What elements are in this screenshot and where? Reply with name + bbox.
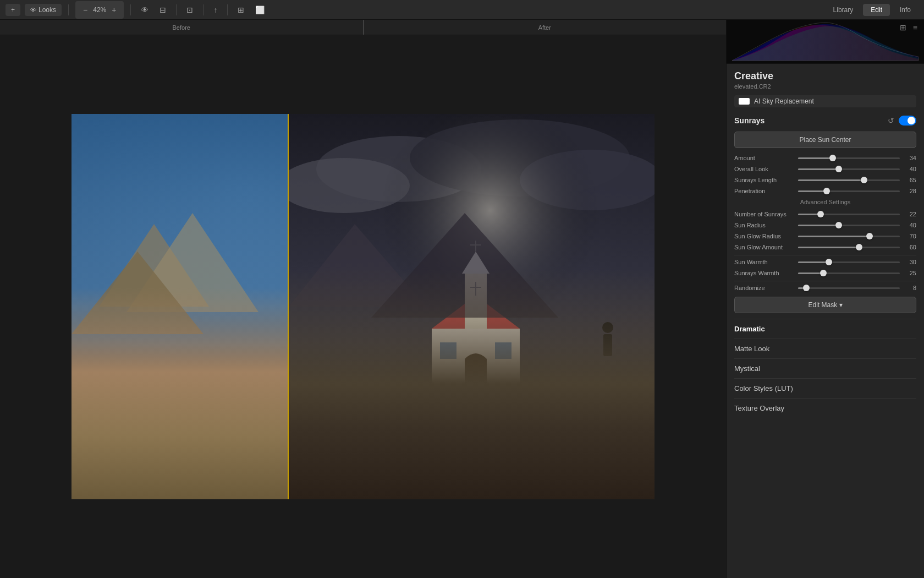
slider-thumb-sunrays-warmth[interactable] <box>820 270 827 276</box>
edit-mask-button[interactable]: Edit Mask ▾ <box>734 297 916 313</box>
slider-thumb-sun-radius[interactable] <box>835 222 842 228</box>
slider-thumb-amount[interactable] <box>829 155 836 161</box>
slider-track-sun-radius[interactable] <box>798 225 900 226</box>
slider-value-num-sunrays: 22 <box>903 211 916 217</box>
slider-label-sun-radius: Sun Radius <box>734 222 795 228</box>
image-before: © Raffaele Cabras <box>72 114 289 499</box>
crop-button[interactable]: ⊡ <box>183 3 196 17</box>
place-sun-center-button[interactable]: Place Sun Center <box>734 132 916 148</box>
add-button[interactable]: + <box>6 4 20 16</box>
section-item-color-styles[interactable]: Color Styles (LUT) <box>734 378 916 398</box>
sunrays-reset-button[interactable]: ↺ <box>887 115 895 126</box>
compare-button[interactable]: ⊟ <box>156 3 169 17</box>
slider-value-randomize: 8 <box>903 285 916 291</box>
slider-row-sun-warmth: Sun Warmth 30 <box>734 259 916 265</box>
slider-track-sun-glow-radius[interactable] <box>798 236 900 237</box>
slider-label-sun-glow-radius: Sun Glow Radius <box>734 233 795 239</box>
image-after <box>289 114 654 499</box>
section-item-dramatic[interactable]: Dramatic <box>734 319 916 339</box>
svg-rect-4 <box>72 345 289 499</box>
grid-button[interactable]: ⊞ <box>234 3 248 17</box>
section-item-color-styles-label: Color Styles (LUT) <box>734 384 793 392</box>
section-item-texture-overlay-label: Texture Overlay <box>734 404 784 412</box>
section-item-mystical[interactable]: Mystical <box>734 358 916 378</box>
slider-value-sunrays-length: 65 <box>903 177 916 183</box>
slider-label-penetration: Penetration <box>734 188 795 194</box>
tab-info[interactable]: Info <box>892 4 919 16</box>
section-item-matte-look[interactable]: Matte Look <box>734 339 916 358</box>
sunrays-header: Sunrays ↺ <box>734 115 916 126</box>
sunrays-title: Sunrays <box>734 116 765 125</box>
zoom-control: − 42% + <box>75 1 124 19</box>
slider-thumb-sun-glow-amount[interactable] <box>856 244 862 250</box>
slider-track-overall-look[interactable] <box>798 168 900 170</box>
svg-rect-24 <box>289 378 654 499</box>
photo-after-content <box>289 114 654 499</box>
slider-fill-sun-warmth <box>798 261 829 263</box>
slider-fill-sunrays-length <box>798 179 864 181</box>
tab-edit[interactable]: Edit <box>863 4 890 16</box>
slider-fill-sun-glow-radius <box>798 236 870 237</box>
preview-button[interactable]: 👁 <box>138 3 152 17</box>
main-area: Before After <box>0 20 924 578</box>
slider-thumb-sun-glow-radius[interactable] <box>866 233 873 239</box>
ai-sky-row[interactable]: AI Sky Replacement <box>734 95 916 107</box>
zoom-plus-button[interactable]: + <box>108 3 119 17</box>
slider-thumb-sun-warmth[interactable] <box>826 259 832 265</box>
export-button[interactable]: ↑ <box>210 3 221 17</box>
slider-thumb-penetration[interactable] <box>823 188 830 194</box>
panel-filename: elevated.CR2 <box>734 83 916 90</box>
sunrays-toggle[interactable] <box>899 116 916 126</box>
section-item-mystical-label: Mystical <box>734 364 760 373</box>
settings-icon-button[interactable]: ≡ <box>911 22 920 33</box>
slider-row-overall-look: Overall Look 40 <box>734 166 916 172</box>
histogram-area: ⊞ ≡ <box>727 20 924 64</box>
panel-section-title: Creative <box>734 70 916 82</box>
slider-row-amount: Amount 34 <box>734 155 916 161</box>
slider-track-penetration[interactable] <box>798 190 900 192</box>
slider-fill-amount <box>798 157 833 159</box>
slider-track-sunrays-warmth[interactable] <box>798 272 900 274</box>
slider-track-randomize[interactable] <box>798 287 900 289</box>
slider-track-num-sunrays[interactable] <box>798 214 900 215</box>
slider-track-sunrays-length[interactable] <box>798 179 900 181</box>
slider-row-randomize: Randomize 8 <box>734 285 916 291</box>
separator-5 <box>227 4 228 15</box>
svg-rect-0 <box>72 114 289 499</box>
slider-track-sun-warmth[interactable] <box>798 261 900 263</box>
slider-value-sunrays-warmth: 25 <box>903 270 916 276</box>
slider-row-sunrays-length: Sunrays Length 65 <box>734 177 916 183</box>
zoom-minus-button[interactable]: − <box>80 3 91 17</box>
canvas-area: Before After <box>0 20 726 578</box>
before-label: Before <box>0 20 363 35</box>
fullscreen-button[interactable]: ⬜ <box>252 3 268 17</box>
slider-thumb-randomize[interactable] <box>803 285 810 291</box>
slider-value-penetration: 28 <box>903 188 916 194</box>
slider-value-sun-glow-amount: 60 <box>903 244 916 250</box>
svg-rect-13 <box>465 274 487 329</box>
slider-row-sun-radius: Sun Radius 40 <box>734 222 916 228</box>
slider-thumb-overall-look[interactable] <box>835 166 842 172</box>
panel-top-icons: ⊞ ≡ <box>898 22 920 33</box>
slider-row-num-sunrays: Number of Sunrays 22 <box>734 211 916 217</box>
slider-row-sunrays-warmth: Sunrays Warmth 25 <box>734 270 916 276</box>
svg-marker-12 <box>432 296 520 329</box>
slider-thumb-num-sunrays[interactable] <box>817 211 824 217</box>
image-container[interactable]: © Raffaele Cabras <box>0 35 726 578</box>
panel-content: Creative elevated.CR2 AI Sky Replacement… <box>727 64 924 578</box>
section-item-texture-overlay[interactable]: Texture Overlay <box>734 398 916 418</box>
tab-library[interactable]: Library <box>826 4 861 16</box>
slider-track-amount[interactable] <box>798 157 900 159</box>
main-toolbar: + 👁 Looks − 42% + 👁 ⊟ ⊡ ↑ ⊞ ⬜ Library Ed… <box>0 0 924 20</box>
svg-rect-17 <box>465 359 487 400</box>
slider-label-sunrays-length: Sunrays Length <box>734 177 795 183</box>
slider-row-sun-glow-amount: Sun Glow Amount 60 <box>734 244 916 250</box>
svg-rect-18 <box>440 342 457 359</box>
split-line[interactable] <box>288 114 289 499</box>
slider-track-sun-glow-amount[interactable] <box>798 247 900 248</box>
histogram-svg <box>727 20 924 63</box>
slider-thumb-sunrays-length[interactable] <box>861 177 867 183</box>
looks-button[interactable]: 👁 Looks <box>25 4 62 16</box>
layers-icon-button[interactable]: ⊞ <box>898 22 909 33</box>
svg-rect-11 <box>432 329 520 400</box>
